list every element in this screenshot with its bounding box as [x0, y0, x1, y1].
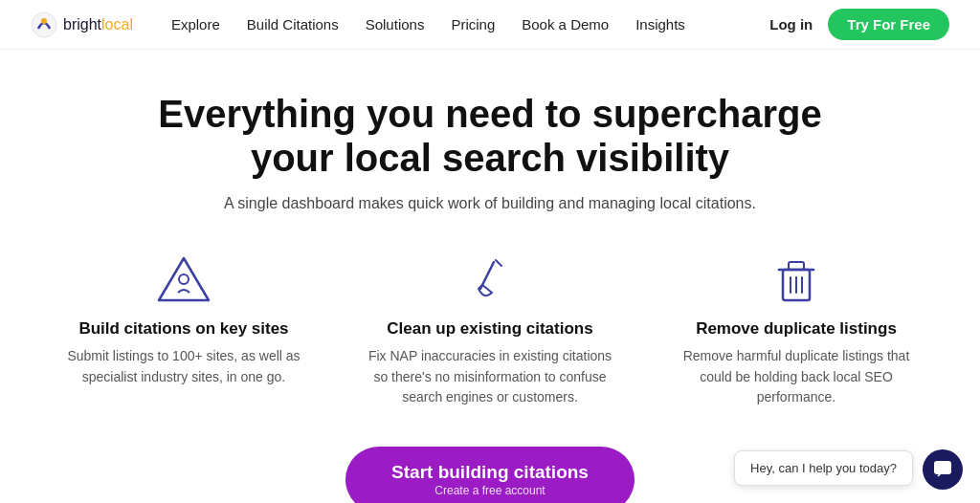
start-building-button[interactable]: Start building citations Create a free a… — [345, 447, 635, 503]
svg-point-3 — [179, 274, 189, 284]
feature-clean-desc: Fix NAP inaccuracies in existing citatio… — [368, 346, 612, 408]
feature-remove: Remove duplicate listings Remove harmful… — [643, 251, 949, 408]
logo[interactable]: brightlocal — [31, 11, 133, 38]
feature-clean: Clean up existing citations Fix NAP inac… — [337, 251, 643, 408]
hero-title: Everything you need to supercharge your … — [117, 92, 863, 180]
feature-remove-title: Remove duplicate listings — [696, 319, 897, 339]
login-button[interactable]: Log in — [769, 16, 813, 33]
nav-insights[interactable]: Insights — [635, 16, 685, 33]
nav-build-citations[interactable]: Build Citations — [247, 16, 339, 33]
feature-build-desc: Submit listings to 100+ sites, as well a… — [61, 346, 306, 387]
feature-remove-desc: Remove harmful duplicate listings that c… — [674, 346, 919, 408]
nav-book-demo[interactable]: Book a Demo — [522, 16, 609, 33]
svg-point-1 — [41, 18, 47, 24]
broom-icon — [461, 251, 519, 308]
nav-solutions[interactable]: Solutions — [366, 16, 425, 33]
svg-line-5 — [496, 260, 501, 266]
features-section: Build citations on key sites Submit list… — [31, 251, 949, 408]
feature-clean-title: Clean up existing citations — [387, 319, 592, 339]
feature-build-title: Build citations on key sites — [78, 319, 288, 339]
logo-icon — [31, 11, 57, 38]
nav-explore[interactable]: Explore — [171, 16, 220, 33]
logo-text: brightlocal — [63, 16, 133, 33]
hero-subtitle: A single dashboard makes quick work of b… — [224, 195, 756, 212]
svg-point-0 — [32, 12, 56, 37]
nav-pricing[interactable]: Pricing — [451, 16, 495, 33]
trash-icon — [768, 251, 825, 308]
feature-build: Build citations on key sites Submit list… — [31, 251, 337, 408]
svg-marker-2 — [159, 258, 209, 300]
cta-section: Start building citations Create a free a… — [345, 447, 635, 503]
chat-bubble: Hey, can I help you today? — [734, 450, 913, 486]
try-free-button[interactable]: Try For Free — [828, 9, 949, 40]
cta-main-label: Start building citations — [391, 462, 589, 484]
chat-icon-button[interactable] — [923, 449, 963, 490]
triangle-person-icon — [155, 251, 212, 308]
cta-sub-label: Create a free account — [434, 484, 545, 497]
